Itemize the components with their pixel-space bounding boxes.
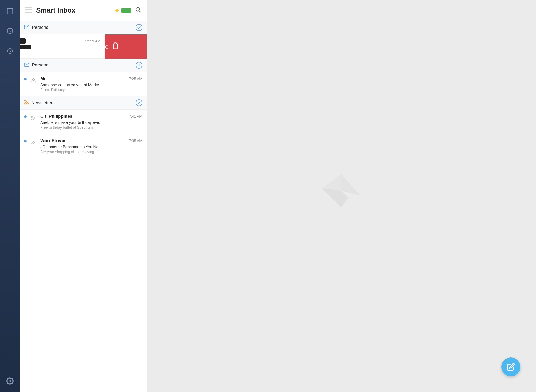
personal-mail-icon (24, 25, 29, 30)
category-name-newsletters: Newsletters (31, 100, 133, 105)
sender-name-redacted-1 (20, 38, 26, 44)
email-item-1[interactable]: 12:59 AM be (20, 34, 105, 59)
battery-container: ⚡ (114, 8, 131, 13)
email-subject-3: Ariel, let's make your birthday eve... (40, 120, 142, 125)
svg-line-12 (12, 49, 13, 50)
email-content-4: WordStream 7:35 AM eCommerce Benchmarks … (40, 138, 142, 154)
sidebar: 3 (0, 0, 20, 392)
svg-point-17 (136, 7, 140, 11)
svg-point-22 (32, 79, 34, 80)
compose-fab[interactable] (501, 357, 520, 376)
main-content (147, 0, 536, 392)
email-sender-row-3: Citi Philippines 7:41 AM (40, 114, 142, 119)
svg-line-11 (8, 49, 9, 50)
email-item-2[interactable]: Me 7:25 AM Someone contacted you at Mark… (20, 72, 147, 96)
delete-trash-icon (112, 42, 119, 51)
rss-icon-small-3 (30, 114, 37, 122)
svg-text:3: 3 (9, 11, 10, 14)
unread-indicator-4 (24, 140, 27, 142)
email-item-4[interactable]: WordStream 7:35 AM eCommerce Benchmarks … (20, 134, 147, 158)
calendar-icon[interactable]: 3 (4, 5, 16, 17)
email-subject-2: Someone contacted you at Marke... (40, 82, 142, 87)
email-time-1: 12:59 AM (85, 39, 100, 43)
email-item-3[interactable]: Citi Philippines 7:41 AM Ariel, let's ma… (20, 110, 147, 134)
category-check-newsletters[interactable] (136, 99, 142, 106)
clock-icon[interactable] (4, 25, 16, 37)
battery-bolt-icon: ⚡ (114, 8, 120, 13)
category-check-personal-2[interactable] (136, 62, 142, 69)
personal-mail-icon-2 (24, 63, 29, 68)
svg-line-18 (139, 11, 141, 12)
email-time-2: 7:25 AM (129, 77, 142, 81)
unread-indicator-3 (24, 115, 27, 118)
menu-button[interactable] (25, 7, 32, 14)
email-content-1: 12:59 AM be (20, 38, 100, 54)
email-preview-2: From: Pythiacystis (40, 88, 142, 92)
settings-icon[interactable] (4, 375, 16, 387)
category-name-personal-2: Personal (32, 63, 133, 68)
category-header-personal-1: Personal (20, 21, 147, 34)
rss-icon (24, 100, 29, 106)
email-time-4: 7:35 AM (129, 139, 142, 143)
sender-name-4: WordStream (40, 138, 67, 143)
email-sender-row-4: WordStream 7:35 AM (40, 138, 142, 143)
svg-line-10 (10, 51, 11, 52)
email-item-wrapper-1: Delete (20, 34, 147, 59)
svg-point-23 (24, 103, 26, 105)
svg-line-7 (10, 31, 11, 31)
email-preview-3: Free birthday buffet at Spectrum. (40, 125, 142, 130)
email-preview-1: be (20, 50, 100, 54)
category-header-newsletters: Newsletters (20, 96, 147, 110)
category-name-personal-1: Personal (32, 25, 133, 30)
email-preview-4: Are your shopping clients staying (40, 150, 142, 154)
category-check-personal-1[interactable] (136, 24, 142, 31)
svg-point-25 (31, 143, 32, 144)
sender-name-3: Citi Philippines (40, 114, 72, 119)
sender-name-2: Me (40, 76, 47, 81)
svg-point-24 (31, 119, 32, 120)
search-button[interactable] (135, 7, 141, 14)
alarm-icon[interactable] (4, 45, 16, 57)
person-icon (30, 77, 37, 84)
email-time-3: 7:41 AM (129, 114, 142, 119)
panel-header: Smart Inbox ⚡ (20, 0, 147, 21)
svg-point-13 (9, 380, 11, 382)
email-panel: Smart Inbox ⚡ Personal (20, 0, 147, 392)
unread-indicator-2 (24, 78, 27, 80)
panel-title: Smart Inbox (36, 6, 110, 14)
empty-state-icon (315, 169, 367, 223)
rss-icon-small-4 (30, 139, 37, 146)
email-content-2: Me 7:25 AM Someone contacted you at Mark… (40, 76, 142, 92)
email-sender-row-2: Me 7:25 AM (40, 76, 142, 81)
email-content-3: Citi Philippines 7:41 AM Ariel, let's ma… (40, 114, 142, 130)
email-subject-1 (20, 45, 100, 49)
email-list: Personal Delete (20, 21, 147, 392)
email-sender-row-1: 12:59 AM (20, 38, 100, 44)
category-header-personal-2: Personal (20, 59, 147, 72)
email-subject-4: eCommerce Benchmarks You Ne... (40, 144, 142, 149)
battery-indicator (121, 8, 131, 13)
